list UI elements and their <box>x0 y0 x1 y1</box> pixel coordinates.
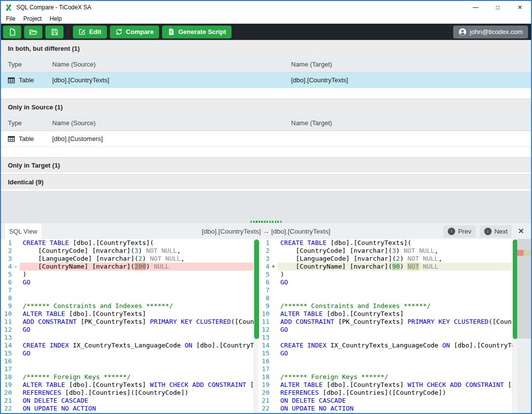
column-header[interactable]: Type <box>1 61 52 68</box>
table-row[interactable]: Table[dbo].[Customers] <box>1 131 531 147</box>
source-code-line: 3 [LanguageCode] [nvarchar](2) NOT NULL, <box>1 255 254 263</box>
diff-sign <box>12 310 20 318</box>
line-number: 4 <box>259 263 269 271</box>
code-text: ON UPDATE NO ACTION <box>20 405 96 413</box>
line-number: 21 <box>1 397 12 405</box>
code-text <box>277 365 280 373</box>
code-text: GO <box>20 326 31 334</box>
diff-sign <box>269 349 277 357</box>
line-number: 17 <box>259 365 269 373</box>
diff-sign <box>269 397 277 405</box>
target-sql-pane[interactable]: 1CREATE TABLE [dbo].[CountryTexts](2 [Co… <box>259 239 512 413</box>
line-number: 7 <box>259 286 269 294</box>
section-header[interactable]: In both, but different (1) <box>1 40 531 57</box>
column-header[interactable]: Name (Source) <box>52 61 291 68</box>
save-project-button[interactable] <box>45 26 64 38</box>
source-sql-pane[interactable]: 1CREATE TABLE [dbo].[CountryTexts](2 [Co… <box>1 239 254 413</box>
line-number: 11 <box>1 318 12 326</box>
next-diff-button[interactable]: ↓ Next <box>480 225 512 238</box>
section-header[interactable]: Only in Target (1) <box>1 157 531 174</box>
code-text: ALTER TABLE [dbo].[CountryTexts] <box>20 310 146 318</box>
row-type-label: Table <box>19 76 34 84</box>
diff-sign <box>269 278 277 286</box>
close-sql-view-button[interactable]: ✕ <box>516 227 526 236</box>
arrow-up-circle-icon: ↑ <box>448 228 455 235</box>
minimize-button[interactable]: — <box>465 1 487 14</box>
line-number: 7 <box>1 286 12 294</box>
menu-project[interactable]: Project <box>19 15 45 22</box>
table-row[interactable]: Table[dbo].[CountryTexts][dbo].[CountryT… <box>1 72 531 88</box>
diff-sign <box>269 381 277 389</box>
code-text: CREATE INDEX IX_CountryTexts_LanguageCod… <box>277 342 512 349</box>
menu-file[interactable]: File <box>2 15 19 22</box>
section-padding <box>1 147 531 157</box>
section-header[interactable]: Identical (9) <box>1 174 531 191</box>
line-number: 17 <box>1 365 12 373</box>
new-project-button[interactable] <box>3 26 21 38</box>
open-project-button[interactable] <box>24 26 42 38</box>
line-number: 8 <box>259 294 269 302</box>
code-text: [CountryName] [nvarchar](200) NULL <box>20 263 254 271</box>
title-bar: SQL Compare - TiCodeX SA — □ ✕ <box>1 1 531 14</box>
column-header[interactable]: Type <box>1 119 52 127</box>
line-number: 4 <box>1 263 12 271</box>
line-number: 3 <box>259 255 269 263</box>
prev-label: Prev <box>458 228 471 235</box>
line-number: 2 <box>259 247 269 255</box>
diff-sign <box>269 239 277 247</box>
target-scrollbar[interactable] <box>512 239 517 413</box>
column-header[interactable]: Name (Target) <box>291 119 531 127</box>
line-number: 14 <box>1 342 12 349</box>
code-text <box>20 294 23 302</box>
tab-sql-view[interactable]: SQL View <box>5 223 41 239</box>
column-header[interactable]: Name (Target) <box>291 61 531 68</box>
diff-sign <box>269 318 277 326</box>
splitter-grip[interactable] <box>251 221 282 223</box>
line-number: 12 <box>1 326 12 334</box>
code-text: ON DELETE CASCADE <box>20 397 88 405</box>
row-type-cell: Table <box>1 135 52 142</box>
code-text: GO <box>277 349 288 357</box>
table-icon <box>8 77 15 83</box>
diff-sign <box>269 326 277 334</box>
close-button[interactable]: ✕ <box>509 1 531 14</box>
maximize-button[interactable]: □ <box>487 1 509 14</box>
overview-deleted-marker[interactable] <box>517 250 524 256</box>
code-text: GO <box>20 278 31 286</box>
user-account-badge[interactable]: john@ticodex.com <box>453 26 528 38</box>
line-number: 16 <box>1 357 12 365</box>
code-text <box>277 334 280 342</box>
code-text: GO <box>277 278 288 286</box>
diff-sign <box>12 342 20 349</box>
window-controls: — □ ✕ <box>465 1 531 14</box>
diff-sign <box>12 247 20 255</box>
diff-sign <box>269 365 277 373</box>
toolbar: Edit Compare Generate Script <box>1 24 531 40</box>
compare-button[interactable]: Compare <box>110 26 159 38</box>
source-scrollbar[interactable] <box>254 239 259 413</box>
column-header[interactable]: Name (Source) <box>52 119 291 127</box>
app-window: SQL Compare - TiCodeX SA — □ ✕ File Proj… <box>0 0 532 414</box>
source-code-line: 18/****** Foreign Keys ******/ <box>1 373 254 381</box>
diff-sign <box>12 381 20 389</box>
diff-sign <box>269 255 277 263</box>
diff-sign <box>12 397 20 405</box>
diff-sign <box>269 310 277 318</box>
generate-script-button[interactable]: Generate Script <box>162 26 232 38</box>
diff-overview-ruler[interactable] <box>517 239 531 413</box>
target-code-line: 13 <box>259 334 512 342</box>
code-text: ON DELETE CASCADE <box>277 397 346 405</box>
section-header[interactable]: Only in Source (1) <box>1 99 531 115</box>
source-code-line: 22ON UPDATE NO ACTION <box>1 405 254 413</box>
menu-bar: File Project Help <box>1 14 531 24</box>
diff-sign <box>12 286 20 294</box>
source-code-line: 6GO <box>1 278 254 286</box>
code-text: [CountryCode] [nvarchar](3) NOT NULL, <box>20 247 181 255</box>
target-code-line: 15GO <box>259 349 512 357</box>
line-number: 10 <box>1 310 12 318</box>
code-text: REFERENCES [dbo].[Countries]([CountryCod… <box>20 389 189 397</box>
prev-diff-button[interactable]: ↑ Prev <box>443 225 476 238</box>
edit-button[interactable]: Edit <box>73 26 107 38</box>
menu-help[interactable]: Help <box>46 15 66 22</box>
overview-added-marker[interactable] <box>524 250 531 256</box>
